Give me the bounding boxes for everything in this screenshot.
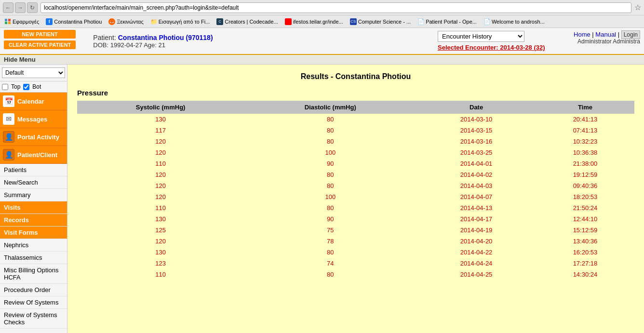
cell-diastolic: 100 — [244, 147, 416, 158]
bookmark-patientportal-label: Patient Portal - Ope... — [426, 19, 477, 25]
col-date: Date — [416, 101, 536, 114]
cell-date: 2014-04-13 — [416, 202, 536, 213]
cell-systolic: 120 — [77, 169, 244, 180]
top-checkbox[interactable] — [2, 84, 8, 90]
bookmark-patientportal[interactable]: 📄 Patient Portal - Ope... — [415, 18, 479, 26]
back-button[interactable]: ← — [3, 2, 13, 13]
cell-time: 21:50:24 — [536, 202, 634, 213]
bot-checkbox[interactable] — [23, 84, 29, 90]
bookmark-creators[interactable]: C Creators | Codecade... — [214, 18, 280, 26]
cell-diastolic: 80 — [244, 247, 416, 258]
cell-diastolic: 80 — [244, 202, 416, 213]
cell-systolic: 123 — [77, 258, 244, 269]
table-row: 120802014-03-1610:32:23 — [77, 136, 634, 147]
table-row: 130802014-04-2216:20:53 — [77, 247, 634, 258]
messages-nav-button[interactable]: ✉ Messages — [0, 110, 67, 128]
cell-time: 19:12:59 — [536, 169, 634, 180]
sidebar-item-summary[interactable]: Summary — [0, 189, 67, 201]
cell-systolic: 110 — [77, 158, 244, 169]
cell-diastolic: 80 — [244, 169, 416, 180]
cell-date: 2014-04-25 — [416, 269, 536, 280]
table-row: 117802014-03-1507:41:13 — [77, 125, 634, 136]
bot-label: Bot — [32, 83, 41, 90]
cell-time: 10:36:38 — [536, 147, 634, 158]
table-row: 120782014-04-2013:40:36 — [77, 236, 634, 247]
sidebar-item-visit-forms[interactable]: Visit Forms — [0, 226, 67, 239]
cell-systolic: 117 — [77, 125, 244, 136]
new-patient-button[interactable]: NEW PATIENT — [4, 30, 76, 39]
cell-systolic: 120 — [77, 136, 244, 147]
selected-encounter-value[interactable]: 2014-03-28 (32) — [500, 44, 545, 51]
calendar-icon: 📅 — [3, 95, 14, 107]
cell-time: 07:41:13 — [536, 125, 634, 136]
cell-time: 21:38:00 — [536, 158, 634, 169]
cell-diastolic: 78 — [244, 236, 416, 247]
sidebar-item-thalassemics[interactable]: Thalassemics — [0, 252, 67, 264]
bookmark-facebook[interactable]: f Constantina Photiou — [43, 18, 104, 26]
table-row: 123742014-04-2417:27:18 — [77, 258, 634, 269]
sidebar-item-records[interactable]: Records — [0, 214, 67, 226]
bookmark-star-icon[interactable]: ☆ — [634, 3, 641, 12]
cell-systolic: 120 — [77, 236, 244, 247]
sidebar-item-patients[interactable]: Patients — [0, 164, 67, 176]
hide-menu-button[interactable]: Hide Menu — [4, 56, 36, 63]
bookmark-creators-label: Creators | Codecade... — [225, 19, 278, 25]
cell-diastolic: 90 — [244, 158, 416, 169]
sidebar-links: PatientsNew/SearchSummaryVisitsRecordsVi… — [0, 164, 67, 329]
content-pane: Results - Constantina Photiou Pressure S… — [67, 65, 644, 333]
sidebar-item-review-of-systems-checks[interactable]: Review of Systems Checks — [0, 309, 67, 329]
sidebar-item-new-search[interactable]: New/Search — [0, 176, 67, 189]
cell-date: 2014-04-07 — [416, 191, 536, 202]
cell-date: 2014-04-02 — [416, 169, 536, 180]
table-row: 1201002014-04-0718:20:53 — [77, 191, 634, 202]
bookmark-folder[interactable]: 📁 Εισαγωγή από το Fi... — [148, 18, 213, 26]
table-row: 110802014-04-1321:50:24 — [77, 202, 634, 213]
sidebar-item-visits[interactable]: Visits — [0, 201, 67, 214]
home-link[interactable]: Home — [574, 31, 590, 38]
bookmark-firefox[interactable]: 🦊 Ξεκινώντας — [106, 18, 146, 26]
calendar-nav-button[interactable]: 📅 Calendar — [0, 93, 67, 110]
bookmark-ifestos[interactable]: ifestos.teilar.gr/inde... — [282, 18, 346, 26]
ifestos-icon — [285, 18, 292, 25]
portal-nav-button[interactable]: 👤 Portal Activity — [0, 128, 67, 146]
cell-diastolic: 100 — [244, 191, 416, 202]
sidebar-item-nephrics[interactable]: Nephrics — [0, 239, 67, 252]
refresh-button[interactable]: ↻ — [27, 2, 38, 13]
bookmark-compscience-label: Computer Science - ... — [358, 19, 411, 25]
table-row: 130802014-03-1020:41:13 — [77, 114, 634, 125]
cell-time: 12:44:10 — [536, 213, 634, 225]
clear-patient-button[interactable]: CLEAR ACTIVE PATIENT — [4, 40, 76, 49]
header-links: Home | Manual | Login — [574, 31, 640, 38]
table-row: 125752014-04-1915:12:59 — [77, 225, 634, 236]
col-diastolic: Diastolic (mmHg) — [244, 101, 416, 114]
bookmark-androsh[interactable]: 📄 Welcome to androsh... — [481, 18, 547, 26]
cell-diastolic: 75 — [244, 225, 416, 236]
url-bar[interactable] — [40, 2, 631, 13]
sidebar-item-review-of-systems[interactable]: Review Of Systems — [0, 296, 67, 309]
selected-encounter-label: Selected Encounter: — [438, 44, 500, 51]
sidebar: Default Top Bot 📅 Calendar ✉ Messages — [0, 65, 67, 333]
cell-date: 2014-03-25 — [416, 147, 536, 158]
patient-name-value: Constantina Photiou (970118) — [118, 34, 213, 41]
portal-icon: 👤 — [3, 131, 14, 143]
sidebar-default-select[interactable]: Default — [2, 67, 65, 78]
patient-nav-button[interactable]: 👤 Patient/Client — [0, 146, 67, 164]
folder-icon: 📁 — [150, 18, 157, 25]
cell-time: 16:20:53 — [536, 247, 634, 258]
portal-label: Portal Activity — [17, 133, 59, 141]
encounter-history-select[interactable]: Encounter History — [438, 31, 524, 42]
bookmark-apps[interactable]: Εφαρμογές — [2, 18, 41, 26]
top-header: NEW PATIENT CLEAR ACTIVE PATIENT Patient… — [0, 28, 644, 55]
cell-systolic: 130 — [77, 247, 244, 258]
sidebar-item-procedure-order[interactable]: Procedure Order — [0, 284, 67, 296]
bookmark-facebook-label: Constantina Photiou — [54, 19, 102, 25]
cell-systolic: 125 — [77, 225, 244, 236]
sidebar-item-misc-billing[interactable]: Misc Billing Options HCFA — [0, 264, 67, 284]
forward-button[interactable]: → — [15, 2, 26, 13]
bookmark-compscience[interactable]: CS Computer Science - ... — [348, 18, 413, 26]
cell-time: 17:27:18 — [536, 258, 634, 269]
manual-link[interactable]: Manual — [595, 31, 616, 38]
cell-date: 2014-04-17 — [416, 213, 536, 225]
table-row: 1201002014-03-2510:36:38 — [77, 147, 634, 158]
cell-time: 14:30:24 — [536, 269, 634, 280]
